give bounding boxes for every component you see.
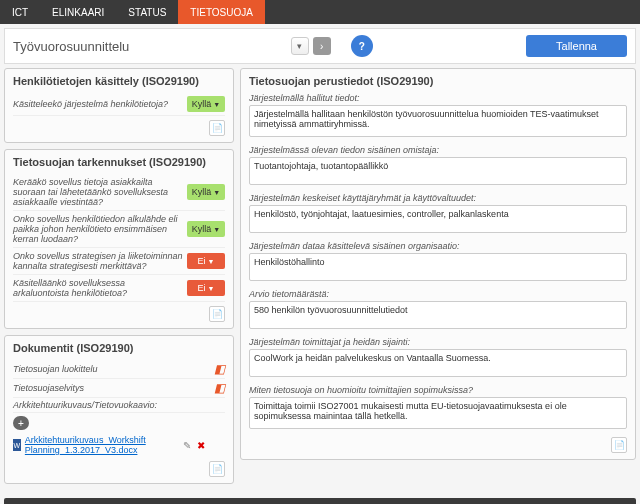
nav-tietosuoja[interactable]: TIETOSUOJA: [178, 0, 265, 24]
field-label: Arvio tietomäärästä:: [249, 289, 627, 299]
field-label: Järjestelmällä hallitut tiedot:: [249, 93, 627, 103]
question-label: Käsitelläänkö sovelluksessa arkaluontois…: [13, 278, 187, 298]
save-button[interactable]: Tallenna: [526, 35, 627, 57]
word-file-icon: W: [13, 439, 21, 451]
text-field[interactable]: [249, 157, 627, 185]
panel-title: Dokumentit (ISO29190): [13, 342, 225, 354]
text-field[interactable]: [249, 397, 627, 429]
delete-icon[interactable]: ✖: [197, 440, 205, 451]
note-icon[interactable]: 📄: [209, 306, 225, 322]
yes-no-select[interactable]: Kyllä▼: [187, 221, 225, 237]
open-icon[interactable]: ◧: [214, 362, 225, 376]
edit-icon[interactable]: ✎: [183, 440, 191, 451]
nav-elinkaari[interactable]: ELINKAARI: [40, 0, 116, 24]
text-field[interactable]: [249, 349, 627, 377]
field-label: Järjestelmän dataa käsittelevä sisäinen …: [249, 241, 627, 251]
doc-link[interactable]: Tietosuojan luokittelu: [13, 364, 97, 374]
header-bar: Työvuorosuunnittelu ▾ › ? Tallenna: [4, 28, 636, 64]
field-label: Järjestelmän keskeiset käyttäjäryhmät ja…: [249, 193, 627, 203]
note-icon[interactable]: 📄: [209, 461, 225, 477]
file-link[interactable]: Arkkitehtuurikuvaus_Workshift Planning_1…: [25, 435, 179, 455]
panel-title: Tietosuojan tarkennukset (ISO29190): [13, 156, 225, 168]
field-label: Järjestelmän toimittajat ja heidän sijai…: [249, 337, 627, 347]
yes-no-select[interactable]: Kyllä▼: [187, 184, 225, 200]
top-navigation: ICT ELINKAARI STATUS TIETOSUOJA: [0, 0, 640, 24]
add-file-button[interactable]: +: [13, 416, 29, 430]
panel-basic-info: Tietosuojan perustiedot (ISO29190) Järje…: [240, 68, 636, 460]
yes-no-select[interactable]: Ei▼: [187, 253, 225, 269]
note-icon[interactable]: 📄: [209, 120, 225, 136]
question-label: Onko sovellus henkilötiedon alkulähde el…: [13, 214, 187, 244]
help-icon[interactable]: ?: [351, 35, 373, 57]
nav-ict[interactable]: ICT: [0, 0, 40, 24]
panel-title: Tietosuojan perustiedot (ISO29190): [249, 75, 627, 87]
footer-bar: Thinking Portfolio Sovellussalkku: [4, 498, 636, 504]
question-label: Onko sovellus strategisen ja liiketoimin…: [13, 251, 187, 271]
note-icon[interactable]: 📄: [611, 437, 627, 453]
open-icon[interactable]: ◧: [214, 381, 225, 395]
field-label: Järjestelmässä olevan tiedon sisäinen om…: [249, 145, 627, 155]
dropdown-toggle[interactable]: ▾: [291, 37, 309, 55]
text-field[interactable]: [249, 205, 627, 233]
doc-link[interactable]: Tietosuojaselvitys: [13, 383, 84, 393]
next-button[interactable]: ›: [313, 37, 331, 55]
yes-no-select[interactable]: Kyllä▼: [187, 96, 225, 112]
panel-refinements: Tietosuojan tarkennukset (ISO29190) Kerä…: [4, 149, 234, 329]
text-field[interactable]: [249, 301, 627, 329]
question-label: Käsitteleekö järjestelmä henkilötietoja?: [13, 99, 187, 109]
page-title: Työvuorosuunnittelu: [13, 39, 129, 54]
question-label: Kerääkö sovellus tietoja asiakkailta suo…: [13, 177, 187, 207]
yes-no-select[interactable]: Ei▼: [187, 280, 225, 296]
field-label: Miten tietosuoja on huomioitu toimittaji…: [249, 385, 627, 395]
doc-link: Arkkitehtuurikuvaus/Tietovuokaavio:: [13, 400, 157, 410]
panel-personal-data: Henkilötietojen käsittely (ISO29190) Käs…: [4, 68, 234, 143]
text-field[interactable]: [249, 105, 627, 137]
nav-status[interactable]: STATUS: [116, 0, 178, 24]
panel-title: Henkilötietojen käsittely (ISO29190): [13, 75, 225, 87]
panel-documents: Dokumentit (ISO29190) Tietosuojan luokit…: [4, 335, 234, 484]
text-field[interactable]: [249, 253, 627, 281]
